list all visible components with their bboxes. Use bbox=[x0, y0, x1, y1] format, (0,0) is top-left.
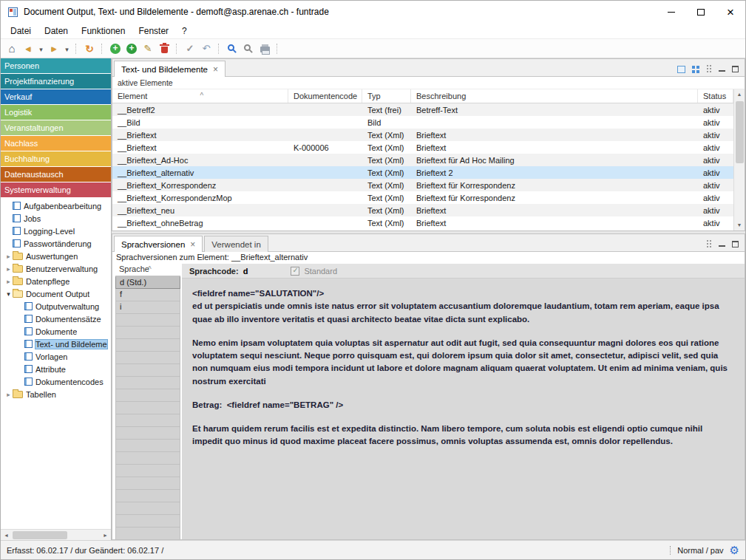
menu-item[interactable]: Daten bbox=[38, 24, 75, 38]
forward-button[interactable] bbox=[46, 41, 62, 57]
module-band[interactable]: Systemverwaltung bbox=[1, 182, 111, 198]
module-band[interactable]: Datenaustausch bbox=[1, 167, 111, 182]
tab-verwendet-in[interactable]: Verwendet in bbox=[204, 236, 268, 252]
table-row[interactable]: __Betreff2 Text (frei) Betreff-Text akti… bbox=[112, 103, 733, 116]
tree-item[interactable]: Datenpflege bbox=[1, 275, 111, 287]
scroll-up-icon[interactable] bbox=[737, 89, 742, 100]
scroll-left-icon[interactable] bbox=[1, 530, 12, 541]
close-button[interactable] bbox=[716, 1, 745, 23]
language-row[interactable] bbox=[115, 490, 180, 502]
module-band[interactable]: Buchhaltung bbox=[1, 151, 111, 167]
table-row[interactable]: __Brieftext Text (Xml) Brieftext aktiv bbox=[112, 129, 733, 141]
panel-minimize-icon[interactable] bbox=[719, 242, 725, 247]
refresh-button[interactable] bbox=[81, 41, 98, 57]
tree-expander-icon[interactable] bbox=[4, 290, 13, 298]
table-row[interactable]: __Brieftext_Ad-Hoc Text (Xml) Brieftext … bbox=[112, 154, 733, 166]
language-row[interactable] bbox=[115, 327, 180, 339]
minimize-button[interactable] bbox=[657, 1, 686, 23]
scroll-right-icon[interactable] bbox=[100, 530, 111, 541]
panel-grip-icon[interactable] bbox=[707, 240, 712, 248]
confirm-button[interactable] bbox=[182, 41, 198, 57]
zoom-out-button[interactable] bbox=[240, 41, 257, 57]
table-row[interactable]: __Brieftext K-000006 Text (Xml) Brieftex… bbox=[112, 141, 733, 154]
add-variant-button[interactable]: + bbox=[123, 41, 140, 57]
table-row[interactable]: __Brieftext_KorrespondenzMop Text (Xml) … bbox=[112, 191, 733, 204]
zoom-in-button[interactable] bbox=[224, 41, 240, 57]
tree-expander-icon[interactable] bbox=[4, 391, 13, 398]
module-band[interactable]: Logistik bbox=[1, 105, 111, 120]
language-row[interactable] bbox=[115, 352, 180, 364]
tree-expander-icon[interactable] bbox=[4, 278, 13, 285]
detach-panel-icon[interactable] bbox=[677, 66, 685, 73]
tree-item[interactable]: Vorlagen bbox=[1, 350, 111, 363]
forward-history-dropdown[interactable] bbox=[62, 41, 72, 57]
tree-expander-icon[interactable] bbox=[4, 265, 13, 273]
table-row[interactable]: __Brieftext_neu Text (Xml) Brieftext akt… bbox=[112, 204, 733, 216]
scroll-down-icon[interactable] bbox=[737, 220, 742, 231]
tree-item[interactable]: Aufgabenbearbeitung bbox=[1, 199, 111, 212]
language-row[interactable] bbox=[115, 502, 180, 515]
layout-grid-icon[interactable] bbox=[692, 66, 700, 73]
tree-item[interactable]: Benutzerverwaltung bbox=[1, 262, 111, 275]
language-column-header[interactable]: Sprache bbox=[115, 264, 180, 276]
tab-close-icon[interactable]: × bbox=[190, 240, 195, 249]
tab-text-und-bildelemente[interactable]: Text- und Bildelemente × bbox=[114, 61, 226, 77]
tree-item[interactable]: Logging-Level bbox=[1, 225, 111, 237]
tree-item[interactable]: Tabellen bbox=[1, 388, 111, 400]
language-row[interactable] bbox=[115, 440, 180, 452]
scrollbar-thumb[interactable] bbox=[736, 101, 744, 163]
tab-close-icon[interactable]: × bbox=[213, 65, 218, 74]
language-row[interactable] bbox=[115, 427, 180, 440]
table-row[interactable]: __Brieftext_alternativ Text (Xml) Brieft… bbox=[112, 166, 733, 179]
language-row[interactable] bbox=[115, 339, 180, 352]
tree-item[interactable]: Dokumentensätze bbox=[1, 313, 111, 325]
language-row[interactable]: f bbox=[115, 289, 180, 301]
print-button[interactable] bbox=[257, 41, 273, 57]
module-band[interactable]: Nachlass bbox=[1, 136, 111, 151]
column-header-dokumentencode[interactable]: Dokumentencode bbox=[288, 89, 362, 103]
tab-sprachversionen[interactable]: Sprachversionen × bbox=[114, 236, 203, 252]
language-row[interactable] bbox=[115, 465, 180, 477]
language-row[interactable] bbox=[115, 364, 180, 377]
language-row[interactable]: i bbox=[115, 301, 180, 314]
tree-expander-icon[interactable] bbox=[4, 253, 13, 260]
menu-item[interactable]: Fenster bbox=[132, 24, 175, 38]
language-row[interactable] bbox=[115, 402, 180, 414]
panel-grip-icon[interactable] bbox=[707, 65, 712, 73]
panel-maximize-icon[interactable] bbox=[732, 241, 739, 247]
tree-item[interactable]: Text- und Bildeleme bbox=[1, 338, 111, 350]
language-row[interactable]: d (Std.) bbox=[115, 276, 180, 289]
tree-item[interactable]: Jobs bbox=[1, 212, 111, 225]
column-header-status[interactable]: Status bbox=[698, 89, 733, 103]
module-band[interactable]: Veranstaltungen bbox=[1, 120, 111, 136]
table-vertical-scrollbar[interactable] bbox=[733, 89, 745, 231]
language-row[interactable] bbox=[115, 527, 180, 539]
back-button[interactable] bbox=[20, 41, 36, 57]
column-header-element[interactable]: Element bbox=[112, 89, 288, 103]
standard-checkbox[interactable] bbox=[291, 267, 299, 276]
language-row[interactable] bbox=[115, 515, 180, 527]
language-row[interactable] bbox=[115, 477, 180, 490]
text-content-editor[interactable]: <fieldref name="SALUTATION"/> ed ut pers… bbox=[182, 279, 745, 539]
table-row[interactable]: __Brieftext_Korrespondenz Text (Xml) Bri… bbox=[112, 179, 733, 191]
tree-item[interactable]: Dokumente bbox=[1, 325, 111, 338]
language-row[interactable] bbox=[115, 377, 180, 389]
scrollbar-track[interactable] bbox=[12, 530, 100, 541]
add-button[interactable]: + bbox=[107, 41, 123, 57]
settings-gear-icon[interactable] bbox=[730, 544, 739, 557]
column-header-beschreibung[interactable]: Beschreibung bbox=[411, 89, 698, 103]
maximize-button[interactable] bbox=[686, 1, 716, 23]
language-row[interactable] bbox=[115, 452, 180, 465]
column-header-typ[interactable]: Typ bbox=[362, 89, 411, 103]
module-band[interactable]: Projektfinanzierung bbox=[1, 74, 111, 89]
module-band[interactable]: Personen bbox=[1, 58, 111, 74]
delete-button[interactable] bbox=[156, 41, 172, 57]
tree-item[interactable]: Dokumentencodes bbox=[1, 375, 111, 388]
home-button[interactable] bbox=[4, 41, 20, 57]
table-row[interactable]: __Brieftext_ohneBetrag Text (Xml) Brieft… bbox=[112, 216, 733, 229]
tree-item[interactable]: Auswertungen bbox=[1, 250, 111, 262]
undo-button[interactable] bbox=[198, 41, 214, 57]
tree-item[interactable]: Attribute bbox=[1, 363, 111, 375]
panel-maximize-icon[interactable] bbox=[732, 66, 739, 72]
tree-item[interactable]: Outputverwaltung bbox=[1, 300, 111, 313]
